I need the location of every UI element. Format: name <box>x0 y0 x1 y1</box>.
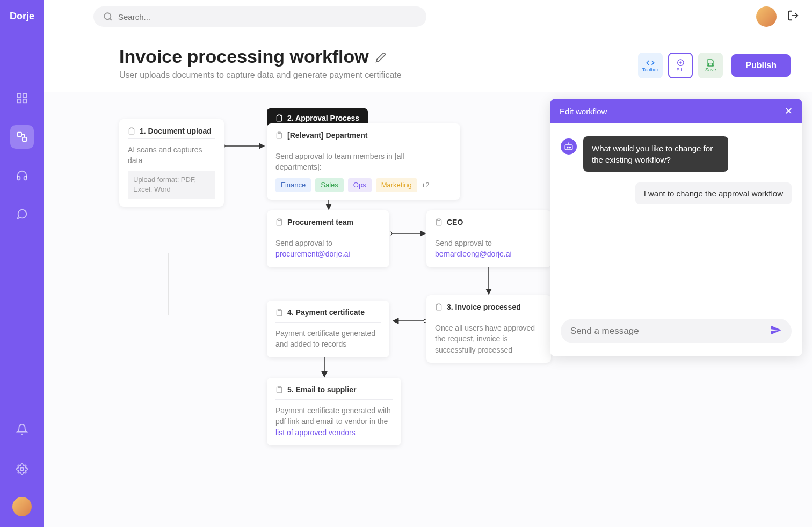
page-title: Invoice processing workflow <box>119 46 369 67</box>
tag-finance[interactable]: Finance <box>276 178 311 193</box>
svg-rect-29 <box>278 309 281 310</box>
svg-point-33 <box>569 147 570 148</box>
svg-point-6 <box>20 467 24 471</box>
clipboard-icon <box>276 218 283 226</box>
clipboard-icon <box>276 309 283 316</box>
chat-close-icon[interactable]: ✕ <box>785 105 793 117</box>
svg-rect-5 <box>23 137 26 141</box>
clipboard-icon <box>276 114 283 122</box>
logout-icon[interactable] <box>787 10 799 24</box>
svg-line-8 <box>110 18 111 20</box>
svg-point-7 <box>104 13 111 19</box>
svg-point-32 <box>567 147 568 148</box>
edit-button[interactable]: Edit <box>668 53 693 78</box>
clipboard-icon <box>276 386 283 393</box>
chat-input-box[interactable] <box>561 319 792 343</box>
node-payment-certificate[interactable]: 4. Payment certificate Payment certifica… <box>267 301 389 357</box>
svg-rect-2 <box>18 99 21 103</box>
search-input[interactable] <box>118 12 417 21</box>
node-invoice-processed[interactable]: 3. Invoice processed Once all users have… <box>426 295 551 363</box>
bot-avatar-icon <box>561 138 577 155</box>
clipboard-icon <box>128 127 135 135</box>
svg-rect-31 <box>565 145 572 150</box>
node-ceo[interactable]: CEO Send approval to bernardleong@dorje.… <box>426 210 551 267</box>
user-message: I want to change the approval workflow <box>635 182 792 204</box>
tag-more[interactable]: +2 <box>422 180 430 191</box>
toolbox-button[interactable]: Toolbox <box>638 53 663 78</box>
upload-format: Upload format: PDF, Excel, Word <box>128 171 215 200</box>
node-department[interactable]: [Relevant] Department Send approval to t… <box>267 123 460 200</box>
settings-icon[interactable] <box>10 457 34 481</box>
clipboard-icon <box>435 303 443 311</box>
search-icon <box>103 12 113 21</box>
sidebar: Dorje <box>0 0 44 527</box>
search-box[interactable] <box>93 6 426 27</box>
workflow-icon[interactable] <box>10 125 34 149</box>
vendor-list-link[interactable]: list of approved vendors <box>276 428 356 437</box>
topbar <box>44 0 812 33</box>
svg-rect-1 <box>23 94 26 97</box>
send-icon[interactable] <box>770 324 782 338</box>
page-header: Invoice processing workflow User uploads… <box>44 33 812 92</box>
ceo-email[interactable]: bernardleong@dorje.ai <box>435 250 512 258</box>
svg-rect-30 <box>278 386 281 387</box>
svg-rect-24 <box>278 115 281 116</box>
svg-rect-26 <box>278 219 281 220</box>
bell-icon[interactable] <box>10 418 34 441</box>
svg-rect-4 <box>18 133 21 136</box>
tag-ops[interactable]: Ops <box>348 178 372 193</box>
svg-rect-28 <box>438 304 440 305</box>
svg-rect-25 <box>278 132 281 133</box>
node-procurement[interactable]: Procurement team Send approval to procur… <box>267 210 389 267</box>
user-avatar[interactable] <box>756 6 777 27</box>
dashboard-icon[interactable] <box>10 86 34 110</box>
clipboard-icon <box>435 218 443 226</box>
chat-input[interactable] <box>570 326 770 336</box>
svg-rect-0 <box>18 94 21 97</box>
chat-header: Edit workflow ✕ <box>550 99 802 123</box>
page-subtitle: User uploads documents to capture data a… <box>119 70 638 80</box>
procurement-email[interactable]: procurement@dorje.ai <box>276 250 350 258</box>
svg-rect-23 <box>130 128 133 129</box>
chat-panel: Edit workflow ✕ What would you like to c… <box>550 99 802 356</box>
edit-title-icon[interactable] <box>375 46 386 67</box>
tag-marketing[interactable]: Marketing <box>376 178 417 193</box>
workflow-canvas[interactable]: 1. Document upload AI scans and captures… <box>44 92 812 527</box>
bot-message: What would you like to change for the ex… <box>583 136 728 172</box>
svg-rect-27 <box>438 219 440 220</box>
publish-button[interactable]: Publish <box>731 54 791 77</box>
brand-logo: Dorje <box>10 11 34 22</box>
support-icon[interactable] <box>10 164 34 187</box>
svg-rect-3 <box>23 99 26 103</box>
clipboard-icon <box>276 131 283 139</box>
node-email-supplier[interactable]: 5. Email to supplier Payment certificate… <box>267 378 401 445</box>
tag-sales[interactable]: Sales <box>315 178 344 193</box>
chat-icon[interactable] <box>10 202 34 226</box>
sidebar-avatar[interactable] <box>12 497 32 516</box>
save-button[interactable]: Save <box>698 53 723 78</box>
node-document-upload[interactable]: 1. Document upload AI scans and captures… <box>119 119 224 207</box>
